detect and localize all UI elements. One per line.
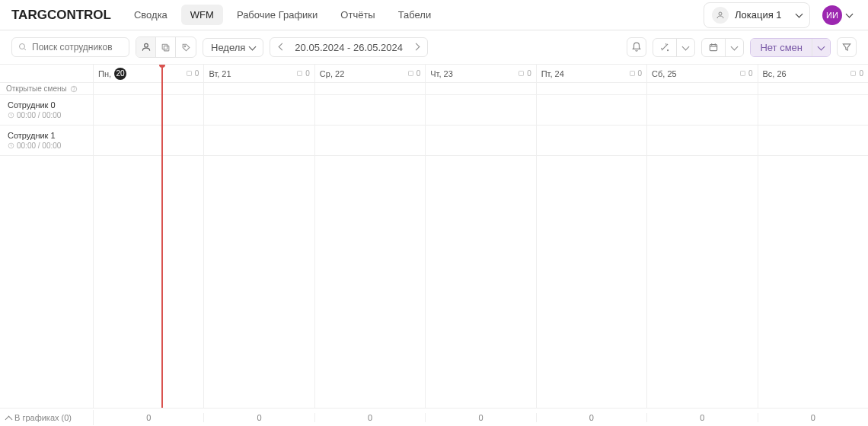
nav-tab-summary[interactable]: Сводка bbox=[125, 5, 177, 25]
employee-info-cell[interactable]: Сотрудник 0 00:00 / 00:00 bbox=[0, 95, 94, 125]
nav-tab-wfm[interactable]: WFM bbox=[181, 5, 223, 25]
day-header-sun[interactable]: Вс, 26 0 bbox=[758, 65, 868, 82]
shift-cell[interactable] bbox=[204, 95, 314, 125]
calendar-button[interactable] bbox=[702, 39, 725, 56]
shift-cell[interactable] bbox=[426, 126, 536, 155]
period-dropdown[interactable]: Неделя bbox=[203, 38, 263, 57]
svg-point-7 bbox=[668, 50, 669, 51]
shift-cell[interactable] bbox=[94, 126, 204, 155]
svg-rect-5 bbox=[162, 44, 168, 49]
footer-total: 0 bbox=[647, 413, 758, 422]
shifts-dropdown-button[interactable] bbox=[812, 39, 830, 56]
svg-rect-15 bbox=[519, 72, 524, 76]
day-label: Ср, 22 bbox=[320, 69, 344, 78]
day-column[interactable] bbox=[647, 156, 758, 408]
day-header-mon[interactable]: Пн, 20 0 bbox=[94, 65, 204, 82]
day-column[interactable] bbox=[204, 156, 314, 408]
schedule-header-side bbox=[0, 65, 94, 82]
shift-cell[interactable] bbox=[647, 126, 758, 155]
shift-cell[interactable] bbox=[94, 95, 204, 125]
day-header-tue[interactable]: Вт, 21 0 bbox=[204, 65, 314, 82]
open-shift-cell[interactable] bbox=[204, 83, 314, 94]
footer-total: 0 bbox=[537, 413, 647, 422]
date-next-button[interactable] bbox=[409, 40, 423, 54]
shift-cell[interactable] bbox=[537, 95, 647, 125]
shift-cell[interactable] bbox=[315, 126, 426, 155]
day-column[interactable] bbox=[426, 156, 536, 408]
user-menu[interactable]: ИИ bbox=[818, 2, 857, 28]
date-range-label[interactable]: 20.05.2024 - 26.05.2024 bbox=[295, 42, 403, 53]
footer-total: 0 bbox=[758, 413, 868, 422]
search-input[interactable] bbox=[32, 42, 123, 52]
day-column[interactable] bbox=[537, 156, 647, 408]
shift-cell[interactable] bbox=[426, 95, 536, 125]
employee-row: Сотрудник 0 00:00 / 00:00 bbox=[0, 95, 868, 126]
open-shift-cell[interactable] bbox=[647, 83, 758, 94]
chevron-up-icon bbox=[6, 413, 11, 422]
chevron-left-icon bbox=[279, 42, 285, 53]
open-shift-cell[interactable] bbox=[758, 83, 868, 94]
svg-point-1 bbox=[20, 44, 25, 49]
day-label: Вс, 26 bbox=[763, 69, 787, 78]
open-shift-cell[interactable] bbox=[315, 83, 426, 94]
help-icon[interactable] bbox=[70, 85, 78, 93]
day-header-thu[interactable]: Чт, 23 0 bbox=[426, 65, 536, 82]
view-copy-button[interactable] bbox=[156, 37, 176, 57]
open-shift-cell[interactable] bbox=[426, 83, 536, 94]
magic-button bbox=[653, 38, 695, 57]
footer-label-cell[interactable]: В графиках (0) bbox=[0, 410, 94, 425]
no-shifts-button[interactable]: Нет смен bbox=[751, 39, 812, 56]
shifts-button-group: Нет смен bbox=[750, 38, 831, 57]
footer-total: 0 bbox=[94, 413, 204, 422]
nav-tab-schedules[interactable]: Рабочие Графики bbox=[228, 5, 327, 25]
day-count: 0 bbox=[416, 69, 421, 78]
svg-rect-18 bbox=[851, 72, 856, 76]
employee-name: Сотрудник 1 bbox=[8, 131, 56, 140]
calendar-dropdown-button[interactable] bbox=[725, 39, 743, 56]
day-header-wed[interactable]: Ср, 22 0 bbox=[315, 65, 426, 82]
chevron-down-icon bbox=[847, 9, 852, 21]
svg-point-0 bbox=[719, 12, 722, 15]
day-count: 0 bbox=[305, 69, 310, 78]
view-people-button[interactable] bbox=[136, 37, 156, 57]
chevron-down-icon bbox=[796, 9, 802, 21]
day-header-fri[interactable]: Пт, 24 0 bbox=[537, 65, 647, 82]
day-header-sat[interactable]: Сб, 25 0 bbox=[647, 65, 758, 82]
open-shifts-label: Открытые смены bbox=[6, 84, 67, 93]
open-shift-cell[interactable] bbox=[94, 83, 204, 94]
notifications-button[interactable] bbox=[627, 37, 646, 57]
shift-cell[interactable] bbox=[204, 126, 314, 155]
view-tag-button[interactable] bbox=[176, 37, 196, 57]
svg-rect-16 bbox=[630, 72, 634, 76]
shift-cell[interactable] bbox=[315, 95, 426, 125]
clock-icon bbox=[8, 112, 14, 119]
day-column[interactable] bbox=[315, 156, 426, 408]
day-label: Пт, 24 bbox=[541, 69, 564, 78]
day-column[interactable] bbox=[758, 156, 868, 408]
shift-cell[interactable] bbox=[758, 95, 868, 125]
filter-button[interactable] bbox=[837, 37, 857, 57]
nav-tab-reports[interactable]: Отчёты bbox=[331, 5, 384, 25]
employee-name: Сотрудник 0 bbox=[8, 100, 56, 110]
magic-wand-button[interactable] bbox=[653, 39, 676, 56]
calendar-button-group bbox=[701, 38, 744, 57]
search-box[interactable] bbox=[11, 37, 129, 57]
chevron-down-icon bbox=[732, 42, 737, 53]
employee-info-cell[interactable]: Сотрудник 1 00:00 / 00:00 bbox=[0, 126, 94, 155]
day-label: Вт, 21 bbox=[209, 69, 231, 78]
open-shifts-label-cell[interactable]: Открытые смены bbox=[0, 83, 94, 94]
magic-dropdown-button[interactable] bbox=[676, 39, 694, 56]
open-shift-cell[interactable] bbox=[537, 83, 647, 94]
date-range-picker: 20.05.2024 - 26.05.2024 bbox=[270, 37, 428, 57]
location-icon bbox=[712, 7, 729, 24]
day-column[interactable] bbox=[94, 156, 204, 408]
location-picker[interactable]: Локация 1 bbox=[704, 2, 810, 28]
current-time-indicator bbox=[161, 65, 163, 408]
shift-cell[interactable] bbox=[647, 95, 758, 125]
day-count: 0 bbox=[638, 69, 643, 78]
day-label: Чт, 23 bbox=[430, 69, 453, 78]
shift-cell[interactable] bbox=[758, 126, 868, 155]
shift-cell[interactable] bbox=[537, 126, 647, 155]
nav-tab-timesheets[interactable]: Табели bbox=[389, 5, 441, 25]
date-prev-button[interactable] bbox=[275, 40, 289, 54]
